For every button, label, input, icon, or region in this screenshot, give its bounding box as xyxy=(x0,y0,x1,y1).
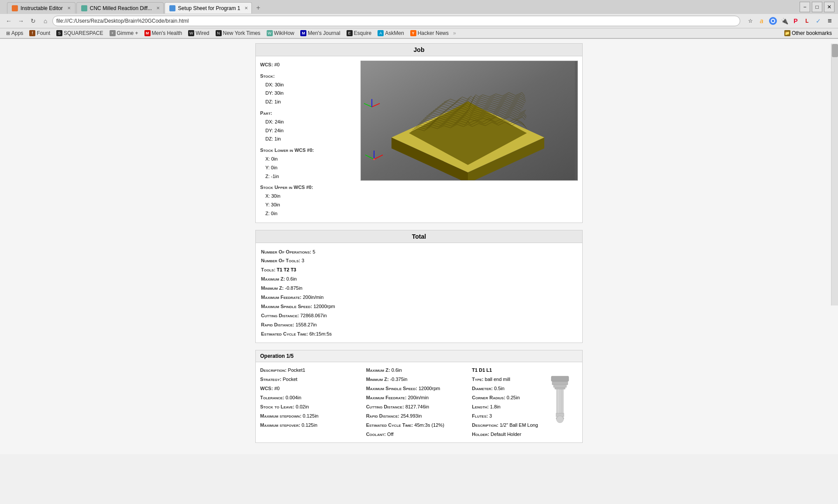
max-feedrate-value: 200in/min xyxy=(303,295,324,300)
op1-holder-row: Holder: Default Holder xyxy=(472,430,538,439)
op1-desc-label: Description: xyxy=(260,367,288,373)
browser-chrome: Instructable Editor ✕ CNC Milled Reactio… xyxy=(0,0,838,39)
setup-container: Job WCS: #0 Stock: DX: 30in DY: 30in DZ:… xyxy=(255,43,583,443)
job-info: WCS: #0 Stock: DX: 30in DY: 30in DZ: 1in… xyxy=(260,61,356,218)
tab-instructable[interactable]: Instructable Editor ✕ xyxy=(7,2,76,14)
op1-cornerrad-label: Corner Radius: xyxy=(472,395,506,400)
bookmark-squarespace[interactable]: S SQUARESPACE xyxy=(54,29,106,37)
svg-point-7 xyxy=(373,158,375,160)
esquire-favicon: E xyxy=(347,30,353,36)
op1-maxz-label: Maximum Z: xyxy=(366,367,392,373)
cycle-time-row: Estimated Cycle Time: 6h:15m:5s xyxy=(261,329,577,339)
stock-dy: DY: 30in xyxy=(260,89,356,98)
extension-icon[interactable]: ✓ xyxy=(814,16,823,26)
bookmark-askmen[interactable]: A AskMen xyxy=(375,29,406,37)
op1-rapiddist-row: Rapid Distance: 254.993in xyxy=(366,411,472,421)
op1-strategy-value: Pocket xyxy=(283,377,298,382)
bookmark-gimme[interactable]: + Gimme + xyxy=(107,29,141,37)
op1-maxz-value: 0.6in xyxy=(392,367,402,373)
amazon-icon[interactable]: a xyxy=(757,16,766,26)
svg-rect-15 xyxy=(556,389,563,413)
op1-flutes-label: Flutes: xyxy=(472,413,489,418)
bookmark-esquire[interactable]: E Esquire xyxy=(344,29,374,37)
max-spindle-label: Maximum Spindle Speed: xyxy=(261,304,313,309)
bookmark-hackernews[interactable]: Y Hacker News xyxy=(408,29,451,37)
stock-upper-x: X: 30in xyxy=(260,192,356,201)
bookmark-wikihow[interactable]: W WikiHow xyxy=(264,29,297,37)
scrollbar[interactable] xyxy=(831,44,838,305)
part-group: Part: DX: 24in DY: 24in DZ: 1in xyxy=(260,109,356,144)
bookmark-mensjournal[interactable]: M Men's Journal xyxy=(298,29,343,37)
op1-cycletime-label: Estimated Cycle Time: xyxy=(366,422,415,428)
lastpass-icon[interactable]: L xyxy=(802,16,812,26)
tab-close-2[interactable]: ✕ xyxy=(156,6,160,10)
wcs-row: WCS: #0 xyxy=(260,61,356,69)
cutting-dist-label: Cutting Distance: xyxy=(261,313,300,318)
pinterest-icon[interactable]: P xyxy=(791,16,800,26)
tab-close-3[interactable]: ✕ xyxy=(244,6,248,10)
close-button[interactable]: ✕ xyxy=(824,2,835,12)
forward-button[interactable]: → xyxy=(16,16,26,26)
bookmark-menshealth[interactable]: M Men's Health xyxy=(142,29,185,37)
operation1-body: Description: Pocket1 Strategy: Pocket WC… xyxy=(256,362,582,442)
job-section-header: Job xyxy=(256,44,582,56)
maximize-button[interactable]: □ xyxy=(812,2,822,12)
op1-wcs-row: WCS: #0 xyxy=(260,384,366,393)
op1-tolerance-row: Tolerance: 0.004in xyxy=(260,393,366,402)
max-spindle-row: Maximum Spindle Speed: 12000rpm xyxy=(261,302,577,311)
rapid-dist-value: 1558.27in xyxy=(295,322,316,327)
stock-upper-y: Y: 30in xyxy=(260,201,356,209)
star-icon[interactable]: ☆ xyxy=(745,16,755,26)
part-label: Part: xyxy=(260,110,272,116)
max-feedrate-row: Maximum Feedrate: 200in/min xyxy=(261,293,577,302)
menshealth-favicon: M xyxy=(144,30,151,36)
op1-maxz-row: Maximum Z: 0.6in xyxy=(366,366,472,375)
op1-maxfeed-row: Maximum Feedrate: 200in/min xyxy=(366,393,472,402)
op1-stepover-label: Maximum stepover: xyxy=(260,422,302,428)
tab-label-2: CNC Milled Reaction Diff... xyxy=(90,5,152,11)
op1-tooldesc-value: 1/2" Ball EM Long xyxy=(500,422,538,428)
back-button[interactable]: ← xyxy=(3,16,14,26)
svg-point-18 xyxy=(556,416,563,423)
title-bar: Instructable Editor ✕ CNC Milled Reactio… xyxy=(0,0,838,14)
wikihow-label: WikiHow xyxy=(274,30,295,36)
stock-group: Stock: DX: 30in DY: 30in DZ: 1in xyxy=(260,72,356,106)
op1-tooldesc-row: Description: 1/2" Ball EM Long xyxy=(472,421,538,430)
tab-close-1[interactable]: ✕ xyxy=(67,6,71,10)
plugin-icon[interactable]: 🔌 xyxy=(780,16,789,26)
minimize-button[interactable]: − xyxy=(800,2,810,12)
window-controls: − □ ✕ xyxy=(800,2,835,12)
num-tools-value: 3 xyxy=(302,258,304,263)
bookmark-nytimes[interactable]: N New York Times xyxy=(213,29,263,37)
url-field[interactable]: file:///C:/Users/Reza/Desktop/Brain%20GC… xyxy=(52,16,740,26)
scrollbar-thumb[interactable] xyxy=(832,44,838,57)
bookmark-wired[interactable]: W Wired xyxy=(185,29,212,37)
menu-icon[interactable]: ≡ xyxy=(825,16,835,26)
home-button[interactable]: ⌂ xyxy=(40,16,51,26)
wired-favicon: W xyxy=(188,30,194,36)
op1-wcs-value: #0 xyxy=(274,386,279,391)
bookmark-apps[interactable]: ⊞ Apps xyxy=(3,29,26,37)
new-tab-button[interactable]: + xyxy=(253,2,264,14)
min-z-label: Minimum Z: xyxy=(261,285,285,291)
other-bm-icon: 📁 xyxy=(784,30,790,36)
tab-cnc[interactable]: CNC Milled Reaction Diff... ✕ xyxy=(76,2,164,14)
chrome-icon[interactable] xyxy=(768,16,778,26)
bookmark-fount[interactable]: f Fount xyxy=(27,29,53,37)
num-ops-label: Number Of Operations: xyxy=(261,249,313,254)
svg-rect-11 xyxy=(551,376,569,381)
address-bar: ← → ↻ ⌂ file:///C:/Users/Reza/Desktop/Br… xyxy=(0,14,838,28)
stock-lower-z: Z: -1in xyxy=(260,172,356,181)
stock-label: Stock: xyxy=(260,73,275,79)
wcs-value: #0 xyxy=(274,62,279,67)
part-dy: DY: 24in xyxy=(260,127,356,135)
op1-cornerrad-value: 0.25in xyxy=(507,395,520,400)
other-bookmarks[interactable]: 📁 Other bookmarks xyxy=(782,29,835,37)
tab-setup[interactable]: Setup Sheet for Program 1 ✕ xyxy=(165,2,252,14)
sl-z-val: -1in xyxy=(271,174,279,179)
refresh-button[interactable]: ↻ xyxy=(28,16,38,26)
min-z-value: -0.875in xyxy=(285,285,302,291)
op1-col1: Description: Pocket1 Strategy: Pocket WC… xyxy=(260,366,366,439)
operation1-section: Operation 1/5 Description: Pocket1 Strat… xyxy=(255,350,583,442)
squarespace-label: SQUARESPACE xyxy=(64,30,103,36)
